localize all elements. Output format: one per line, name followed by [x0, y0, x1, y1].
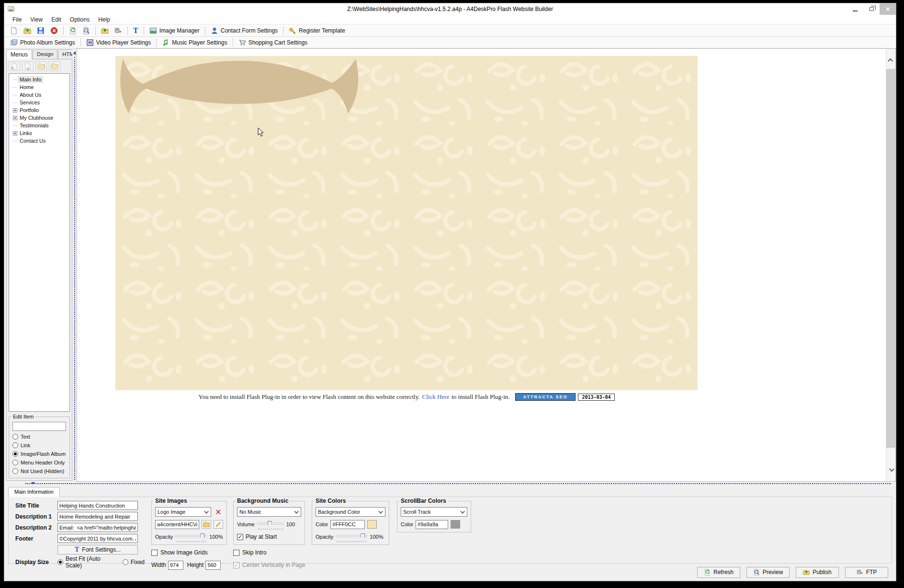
canvas-viewport[interactable]: You need to install Flash Plug-in in ord…: [77, 49, 886, 481]
tab-menus[interactable]: Menus: [6, 49, 32, 59]
publish-action-button[interactable]: Publish: [796, 567, 839, 578]
expand-icon[interactable]: [13, 108, 17, 113]
browse-image-button[interactable]: [202, 520, 211, 529]
radio-icon[interactable]: [12, 451, 18, 457]
edit-item-input[interactable]: [12, 422, 66, 431]
register-template-button[interactable]: Register Template: [286, 25, 348, 36]
move-up-button[interactable]: [35, 61, 47, 71]
move-down-button[interactable]: [49, 61, 60, 71]
checkbox-icon[interactable]: [151, 550, 158, 556]
refresh-action-button[interactable]: Refresh: [697, 567, 740, 578]
radio-icon[interactable]: [123, 559, 128, 565]
checkbox-icon[interactable]: [237, 534, 243, 540]
radio-not-used-hidden[interactable]: Not Used (Hidden): [12, 468, 66, 474]
refresh-button[interactable]: [66, 25, 79, 36]
scroll-up-button[interactable]: [886, 56, 896, 65]
expand-icon[interactable]: [13, 131, 17, 136]
ftp-button[interactable]: [112, 25, 125, 36]
skip-intro-checkbox[interactable]: Skip Intro: [233, 548, 305, 557]
menu-file[interactable]: File: [8, 15, 26, 24]
tree-item-links[interactable]: Links: [12, 129, 69, 137]
scroll-down-button[interactable]: [886, 465, 896, 475]
edit-image-button[interactable]: [214, 520, 223, 529]
tab-design[interactable]: Design: [33, 49, 57, 59]
splitter-collapse-icon[interactable]: [73, 51, 76, 55]
color-opacity-slider[interactable]: [336, 533, 367, 541]
description2-input[interactable]: [57, 523, 138, 532]
add-item-button[interactable]: [9, 61, 20, 71]
tree-item-about-us[interactable]: About Us: [12, 91, 69, 99]
photo-album-settings-button[interactable]: Photo Album Settings: [7, 37, 78, 48]
publish-button[interactable]: [98, 25, 112, 36]
shopping-cart-settings-button[interactable]: Shopping Cart Settings: [236, 37, 310, 48]
radio-menu-header-only[interactable]: Menu Header Only: [12, 460, 66, 465]
tree-item-portfolio[interactable]: Portfolio: [12, 106, 69, 114]
font-settings-button[interactable]: T Font Settings...: [57, 545, 138, 554]
canvas-scrollbar[interactable]: [886, 49, 895, 481]
description1-input[interactable]: [57, 512, 138, 521]
scrollbar-color-input[interactable]: [416, 520, 448, 529]
scrollbar-thumb[interactable]: [886, 69, 896, 448]
save-button[interactable]: [34, 25, 47, 36]
tree-item-services[interactable]: Services: [12, 99, 69, 106]
remove-image-button[interactable]: ✕: [214, 507, 223, 517]
radio-icon[interactable]: [12, 442, 18, 448]
slider-thumb[interactable]: [200, 533, 204, 540]
minimize-button[interactable]: [847, 3, 863, 15]
volume-slider[interactable]: [257, 520, 284, 528]
add-subitem-button[interactable]: [22, 61, 34, 71]
site-color-select[interactable]: Background Color: [316, 507, 385, 517]
site-title-input[interactable]: [57, 501, 138, 510]
new-button[interactable]: [7, 25, 21, 36]
show-image-grids-checkbox[interactable]: Show Image Grids: [151, 548, 227, 557]
scrollbar-color-swatch[interactable]: [451, 520, 460, 529]
site-image-select[interactable]: Logo Image: [155, 507, 211, 517]
image-manager-button[interactable]: Image Manager: [147, 25, 203, 36]
tree-item-contact-us[interactable]: Contact Us: [12, 137, 69, 145]
preview-action-button[interactable]: Preview: [746, 567, 790, 578]
music-player-settings-button[interactable]: Music Player Settings: [159, 37, 230, 48]
vertical-splitter[interactable]: [72, 48, 77, 482]
tree-item-home[interactable]: Home: [12, 83, 69, 91]
radio-icon[interactable]: [57, 559, 63, 565]
close-button[interactable]: ×: [880, 3, 896, 15]
image-path-input[interactable]: [155, 520, 199, 529]
site-color-input[interactable]: [330, 520, 365, 529]
checkbox-icon[interactable]: [233, 550, 239, 556]
menu-view[interactable]: View: [26, 15, 47, 24]
tab-main-information[interactable]: Main Information: [8, 487, 60, 497]
radio-text[interactable]: Text: [12, 434, 66, 440]
footer-input[interactable]: [57, 534, 138, 543]
menu-help[interactable]: Help: [94, 15, 114, 24]
radio-image-flash-album[interactable]: Image/Flash Album: [12, 451, 66, 457]
attracta-seo-badge[interactable]: ATTRACTA SEO: [515, 393, 576, 401]
radio-icon[interactable]: [12, 468, 18, 474]
flash-install-link[interactable]: Click Here: [422, 393, 450, 401]
ftp-action-button[interactable]: FTP: [845, 567, 888, 578]
flash-preview[interactable]: [115, 56, 698, 390]
expand-icon[interactable]: [13, 116, 17, 120]
video-player-settings-button[interactable]: Video Player Settings: [83, 37, 154, 48]
radio-link[interactable]: Link: [12, 442, 66, 448]
tree-item-testimonials[interactable]: Testimonials: [12, 122, 69, 129]
menu-options[interactable]: Options: [66, 15, 94, 24]
scrollbar-color-select[interactable]: Scroll Track: [401, 507, 467, 517]
image-opacity-slider[interactable]: [175, 533, 207, 541]
close-file-button[interactable]: [47, 25, 61, 36]
music-select[interactable]: No Music: [237, 507, 301, 517]
slider-thumb[interactable]: [268, 521, 272, 527]
tree-item-main-info[interactable]: Main Info: [12, 76, 69, 83]
text-tool-button[interactable]: T: [130, 25, 141, 36]
site-color-swatch[interactable]: [367, 520, 377, 529]
menu-edit[interactable]: Edit: [47, 15, 66, 24]
radio-icon[interactable]: [12, 460, 18, 465]
slider-thumb[interactable]: [361, 533, 365, 540]
restore-button[interactable]: [863, 3, 880, 15]
open-button[interactable]: [21, 25, 34, 36]
tree-item-my-clubhouse[interactable]: My Clubhouse: [12, 114, 69, 122]
radio-icon[interactable]: [12, 434, 18, 440]
splitter-collapse-icon[interactable]: [31, 482, 35, 485]
preview-button[interactable]: [79, 25, 93, 36]
horizontal-splitter[interactable]: [4, 482, 896, 486]
contact-form-settings-button[interactable]: Contact Form Settings: [208, 25, 281, 36]
